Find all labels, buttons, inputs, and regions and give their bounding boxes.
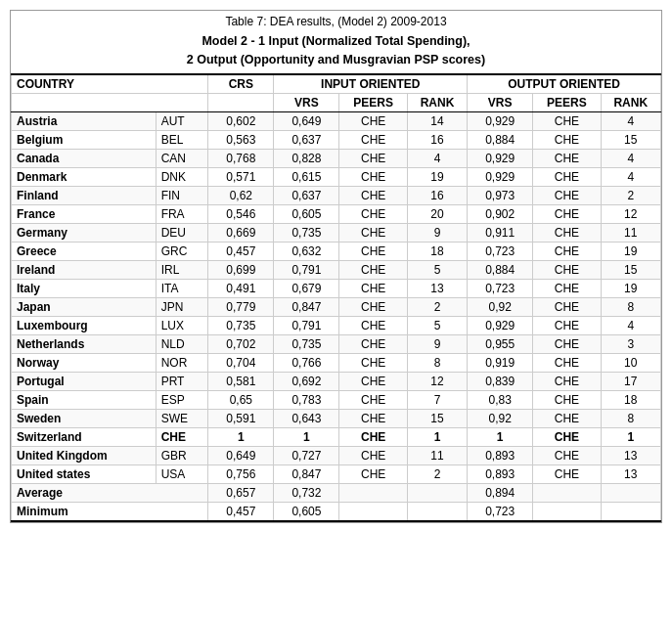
rank-in-value: 16 xyxy=(407,186,467,204)
vrs-in-value: 0,783 xyxy=(274,390,339,409)
crs-value: 0,65 xyxy=(208,390,274,409)
minimum-rank-out xyxy=(601,502,660,521)
vrs-in-value: 0,679 xyxy=(274,279,339,297)
vrs-in-value: 0,605 xyxy=(274,204,339,223)
rank-out-value: 15 xyxy=(601,130,660,149)
peers-out-header: PEERS xyxy=(533,93,601,111)
average-row: Average 0,657 0,732 0,894 xyxy=(12,483,661,502)
rank-out-value: 2 xyxy=(601,186,660,204)
vrs-in-value: 0,615 xyxy=(274,167,339,186)
rank-in-value: 12 xyxy=(407,372,467,390)
table-row: Italy ITA 0,491 0,679 CHE 13 0,723 CHE 1… xyxy=(12,279,661,297)
country-code: LUX xyxy=(156,316,208,334)
average-rank-out xyxy=(601,483,660,502)
rank-out-value: 4 xyxy=(601,316,660,334)
country-code: JPN xyxy=(156,297,208,316)
rank-out-value: 12 xyxy=(601,204,660,223)
rank-in-value: 2 xyxy=(407,464,467,483)
country-code: FRA xyxy=(156,204,208,223)
peers-in-value: CHE xyxy=(339,334,407,353)
vrs-in-value: 0,727 xyxy=(274,446,339,464)
table-row: Greece GRC 0,457 0,632 CHE 18 0,723 CHE … xyxy=(12,242,661,260)
peers-in-value: CHE xyxy=(339,149,407,167)
peers-out-value: CHE xyxy=(533,260,601,279)
vrs-in-value: 0,649 xyxy=(274,111,339,130)
country-code: NLD xyxy=(156,334,208,353)
minimum-label: Minimum xyxy=(12,502,208,521)
crs-value: 0,591 xyxy=(208,409,274,427)
peers-out-value: CHE xyxy=(533,186,601,204)
vrs-in-value: 0,632 xyxy=(274,242,339,260)
output-oriented-header: OUTPUT ORIENTED xyxy=(468,74,661,94)
vrs-in-value: 0,828 xyxy=(274,149,339,167)
country-code: FIN xyxy=(156,186,208,204)
rank-out-value: 3 xyxy=(601,334,660,353)
rank-in-value: 1 xyxy=(407,427,467,446)
peers-in-value: CHE xyxy=(339,130,407,149)
peers-in-value: CHE xyxy=(339,242,407,260)
country-header: COUNTRY xyxy=(12,74,208,94)
peers-out-value: CHE xyxy=(533,223,601,242)
country-name: Canada xyxy=(12,149,157,167)
table-row: Canada CAN 0,768 0,828 CHE 4 0,929 CHE 4 xyxy=(12,149,661,167)
table-row: United states USA 0,756 0,847 CHE 2 0,89… xyxy=(12,464,661,483)
country-name: Finland xyxy=(12,186,157,204)
rank-in-value: 20 xyxy=(407,204,467,223)
header-row-2: VRS PEERS RANK VRS PEERS RANK xyxy=(12,93,661,111)
peers-in-value: CHE xyxy=(339,390,407,409)
rank-out-value: 17 xyxy=(601,372,660,390)
country-name: Italy xyxy=(12,279,157,297)
rank-out-value: 15 xyxy=(601,260,660,279)
vrs-in-value: 0,643 xyxy=(274,409,339,427)
peers-out-value: CHE xyxy=(533,427,601,446)
peers-in-value: CHE xyxy=(339,409,407,427)
country-name: Japan xyxy=(12,297,157,316)
country-name: Greece xyxy=(12,242,157,260)
rank-out-value: 18 xyxy=(601,390,660,409)
vrs-in-value: 0,637 xyxy=(274,130,339,149)
table-row: United Kingdom GBR 0,649 0,727 CHE 11 0,… xyxy=(12,446,661,464)
vrs-in-value: 0,791 xyxy=(274,316,339,334)
rank-in-value: 11 xyxy=(407,446,467,464)
rank-out-value: 19 xyxy=(601,242,660,260)
vrs-out-value: 0,929 xyxy=(468,316,533,334)
vrs-in-value: 0,735 xyxy=(274,334,339,353)
vrs-out-value: 0,92 xyxy=(468,297,533,316)
country-name: Norway xyxy=(12,353,157,372)
table-row: Sweden SWE 0,591 0,643 CHE 15 0,92 CHE 8 xyxy=(12,409,661,427)
country-name: Austria xyxy=(12,111,157,130)
table-row: Switzerland CHE 1 1 CHE 1 1 CHE 1 xyxy=(12,427,661,446)
vrs-out-value: 0,929 xyxy=(468,111,533,130)
peers-in-header: PEERS xyxy=(339,93,407,111)
country-code: PRT xyxy=(156,372,208,390)
rank-in-value: 4 xyxy=(407,149,467,167)
country-code: GRC xyxy=(156,242,208,260)
crs-value: 0,649 xyxy=(208,446,274,464)
table-row: Netherlands NLD 0,702 0,735 CHE 9 0,955 … xyxy=(12,334,661,353)
vrs-out-value: 0,893 xyxy=(468,446,533,464)
country-name: France xyxy=(12,204,157,223)
vrs-out-value: 0,929 xyxy=(468,149,533,167)
rank-out-value: 11 xyxy=(601,223,660,242)
peers-out-value: CHE xyxy=(533,316,601,334)
rank-in-value: 16 xyxy=(407,130,467,149)
minimum-crs: 0,457 xyxy=(208,502,274,521)
rank-out-value: 8 xyxy=(601,297,660,316)
peers-in-value: CHE xyxy=(339,279,407,297)
crs-value: 0,457 xyxy=(208,242,274,260)
peers-in-value: CHE xyxy=(339,427,407,446)
rank-out-value: 4 xyxy=(601,167,660,186)
crs-value: 0,699 xyxy=(208,260,274,279)
rank-out-header: RANK xyxy=(601,93,660,111)
crs-value: 0,602 xyxy=(208,111,274,130)
crs-value: 0,735 xyxy=(208,316,274,334)
table-row: Germany DEU 0,669 0,735 CHE 9 0,911 CHE … xyxy=(12,223,661,242)
peers-in-value: CHE xyxy=(339,167,407,186)
rank-in-value: 18 xyxy=(407,242,467,260)
country-name: Ireland xyxy=(12,260,157,279)
table-row: Portugal PRT 0,581 0,692 CHE 12 0,839 CH… xyxy=(12,372,661,390)
peers-in-value: CHE xyxy=(339,316,407,334)
country-name: Portugal xyxy=(12,372,157,390)
country-name: Denmark xyxy=(12,167,157,186)
minimum-rank-in xyxy=(407,502,467,521)
